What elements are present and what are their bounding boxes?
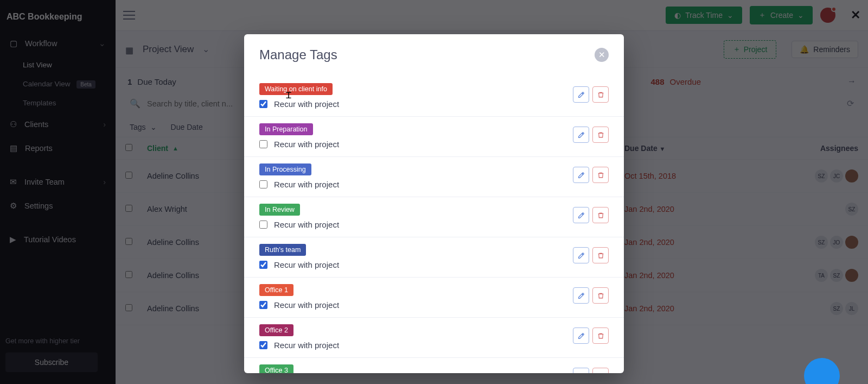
- recur-checkbox[interactable]: [259, 261, 267, 269]
- tag-chip: In Processing: [259, 163, 311, 175]
- tag-row: Office 3 Recur with project: [244, 358, 624, 373]
- recur-label: Recur with project: [274, 220, 339, 229]
- recur-checkbox[interactable]: [259, 221, 267, 229]
- delete-tag-button[interactable]: [592, 368, 609, 373]
- delete-tag-button[interactable]: [592, 328, 609, 344]
- delete-tag-button[interactable]: [592, 207, 609, 223]
- recur-checkbox[interactable]: [259, 140, 267, 148]
- recur-checkbox[interactable]: [259, 180, 267, 188]
- modal-close-button[interactable]: ✕: [595, 48, 609, 62]
- tag-row: In Processing Recur with project: [244, 157, 624, 197]
- recur-label: Recur with project: [274, 140, 339, 149]
- close-icon: ✕: [598, 50, 605, 60]
- tag-row: In Preparation Recur with project: [244, 117, 624, 157]
- tag-chip: In Review: [259, 204, 300, 216]
- edit-tag-button[interactable]: [573, 127, 589, 143]
- delete-tag-button[interactable]: [592, 127, 609, 143]
- recur-checkbox[interactable]: [259, 301, 267, 309]
- tag-chip: Office 3: [259, 364, 293, 373]
- edit-tag-button[interactable]: [573, 287, 589, 304]
- modal-header: Manage Tags ✕: [244, 34, 624, 73]
- delete-tag-button[interactable]: [592, 287, 609, 304]
- edit-tag-button[interactable]: [573, 368, 589, 373]
- tag-row: Waiting on client info Recur with projec…: [244, 77, 624, 117]
- edit-tag-button[interactable]: [573, 167, 589, 183]
- tag-row: In Review Recur with project: [244, 197, 624, 237]
- tag-row: Ruth's team Recur with project: [244, 237, 624, 278]
- edit-tag-button[interactable]: [573, 247, 589, 263]
- tag-chip: Office 1: [259, 284, 293, 296]
- delete-tag-button[interactable]: [592, 247, 609, 263]
- recur-checkbox[interactable]: [259, 100, 267, 108]
- tag-chip: Office 2: [259, 324, 293, 336]
- tag-chip: In Preparation: [259, 123, 313, 135]
- tag-row: Office 1 Recur with project: [244, 278, 624, 318]
- edit-tag-button[interactable]: [573, 328, 589, 344]
- delete-tag-button[interactable]: [592, 86, 609, 103]
- edit-tag-button[interactable]: [573, 86, 589, 103]
- recur-label: Recur with project: [274, 99, 339, 109]
- recur-label: Recur with project: [274, 180, 339, 189]
- modal-title: Manage Tags: [259, 47, 337, 62]
- manage-tags-modal: Manage Tags ✕ Waiting on client info Rec…: [244, 34, 624, 373]
- recur-label: Recur with project: [274, 300, 339, 310]
- recur-label: Recur with project: [274, 341, 339, 350]
- tag-list: Waiting on client info Recur with projec…: [244, 73, 624, 373]
- tag-chip: Ruth's team: [259, 244, 306, 256]
- tag-row: Office 2 Recur with project: [244, 318, 624, 358]
- recur-checkbox[interactable]: [259, 341, 267, 349]
- edit-tag-button[interactable]: [573, 207, 589, 223]
- tag-chip: Waiting on client info: [259, 83, 333, 95]
- recur-label: Recur with project: [274, 260, 339, 269]
- delete-tag-button[interactable]: [592, 167, 609, 183]
- modal-overlay[interactable]: Manage Tags ✕ Waiting on client info Rec…: [0, 0, 868, 384]
